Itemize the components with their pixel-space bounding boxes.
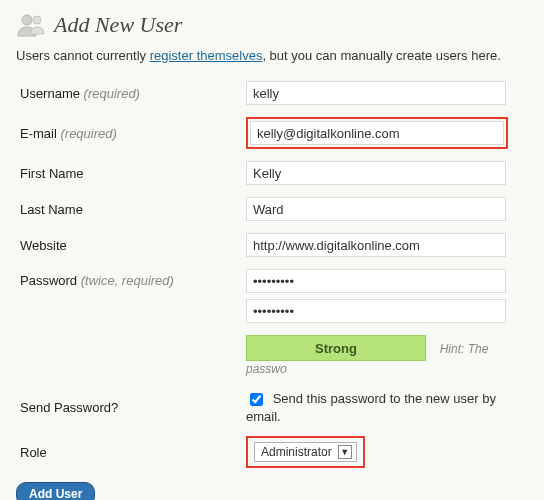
add-user-button[interactable]: Add User [16,482,95,500]
username-input[interactable] [246,81,506,105]
password-label: Password (twice, required) [16,269,246,288]
role-label: Role [16,445,246,460]
last-name-input[interactable] [246,197,506,221]
password-input[interactable] [246,269,506,293]
email-input[interactable] [250,121,504,145]
users-icon [16,12,46,38]
email-highlight [246,117,508,149]
chevron-down-icon: ▼ [338,445,352,459]
website-label: Website [16,238,246,253]
send-password-label: Send Password? [16,400,246,415]
page-title: Add New User [54,12,182,38]
svg-point-1 [33,16,41,24]
first-name-label: First Name [16,166,246,181]
password-strength-meter: Strong [246,335,426,361]
send-password-checkbox[interactable] [250,393,263,406]
first-name-input[interactable] [246,161,506,185]
svg-point-0 [22,15,32,25]
last-name-label: Last Name [16,202,246,217]
send-password-text: Send this password to the new user by em… [246,391,496,424]
register-link[interactable]: register themselves [150,48,263,63]
role-select[interactable]: Administrator ▼ [254,442,357,462]
website-input[interactable] [246,233,506,257]
intro-text: Users cannot currently register themselv… [16,48,528,63]
password-confirm-input[interactable] [246,299,506,323]
role-highlight: Administrator ▼ [246,436,365,468]
username-label: Username (required) [16,86,246,101]
email-label: E-mail (required) [16,126,246,141]
